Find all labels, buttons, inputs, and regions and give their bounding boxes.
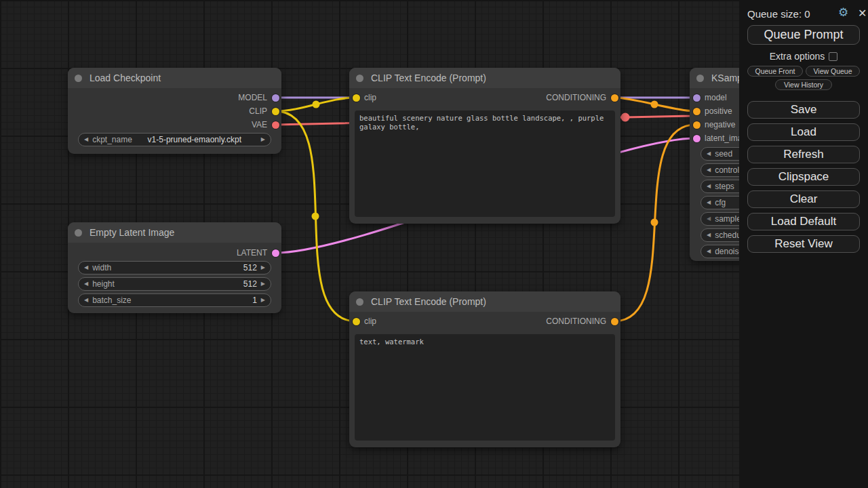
- extra-options-row: Extra options: [739, 51, 868, 62]
- reset-view-button[interactable]: Reset View: [747, 235, 860, 253]
- link-dot-clip-top: [313, 101, 320, 108]
- height-widget[interactable]: ◀ height 512 ▶: [78, 277, 271, 291]
- node-title-bar[interactable]: Empty Latent Image: [68, 222, 281, 243]
- widget-label: seed: [715, 149, 732, 159]
- decrement-icon[interactable]: ◀: [707, 232, 711, 238]
- widget-label: width: [92, 263, 111, 272]
- load-button[interactable]: Load: [747, 123, 860, 141]
- widget-value: 512: [243, 263, 257, 272]
- output-port-model[interactable]: [272, 94, 279, 102]
- link-dot-cond-positive: [651, 101, 658, 108]
- widget-label: batch_size: [92, 296, 131, 305]
- port-label: CONDITIONING: [546, 317, 606, 326]
- decrement-icon[interactable]: ◀: [707, 151, 711, 157]
- input-port-latent-image[interactable]: [693, 135, 701, 142]
- increment-icon[interactable]: ▶: [261, 298, 265, 303]
- width-widget[interactable]: ◀ width 512 ▶: [78, 261, 271, 274]
- input-port-clip[interactable]: [353, 94, 360, 102]
- output-port-latent[interactable]: [272, 249, 279, 257]
- node-title-bar[interactable]: Load Checkpoint: [68, 68, 281, 88]
- port-row: clip CONDITIONING: [349, 91, 620, 104]
- input-port-model[interactable]: [693, 94, 701, 102]
- output-port-vae[interactable]: [272, 121, 279, 129]
- node-title-bar[interactable]: CLIP Text Encode (Prompt): [349, 68, 620, 88]
- port-label: CONDITIONING: [546, 93, 606, 102]
- ckpt-name-widget[interactable]: ◀ ckpt_name v1-5-pruned-emaonly.ckpt ▶: [78, 133, 271, 146]
- output-row-model: MODEL: [68, 91, 281, 104]
- input-port-clip[interactable]: [353, 318, 360, 325]
- decrement-icon[interactable]: ◀: [84, 281, 88, 287]
- extra-options-checkbox[interactable]: [829, 52, 837, 61]
- queue-prompt-button[interactable]: Queue Prompt: [747, 25, 860, 45]
- output-row-clip: CLIP: [68, 104, 281, 118]
- port-label: clip: [364, 317, 376, 326]
- widget-label: ckpt_name: [92, 135, 132, 144]
- settings-gear-icon[interactable]: ⚙: [838, 5, 848, 20]
- decrement-icon[interactable]: ◀: [707, 184, 711, 189]
- decrement-icon[interactable]: ◀: [84, 298, 88, 303]
- node-title: Empty Latent Image: [90, 227, 174, 238]
- clipspace-button[interactable]: Clipspace: [747, 168, 860, 186]
- view-history-button[interactable]: View History: [775, 79, 832, 90]
- output-port-conditioning[interactable]: [611, 318, 618, 325]
- extra-options-label: Extra options: [770, 51, 825, 62]
- increment-icon[interactable]: ▶: [261, 137, 265, 142]
- widget-label: cfg: [715, 198, 726, 207]
- decrement-icon[interactable]: ◀: [707, 200, 711, 205]
- node-title: Load Checkpoint: [90, 73, 161, 83]
- widget-label: height: [92, 279, 115, 289]
- increment-icon[interactable]: ▶: [261, 281, 265, 287]
- input-port-positive[interactable]: [693, 108, 701, 115]
- queue-size-label: Queue size: 0: [747, 8, 810, 20]
- node-clip-text-encode-negative[interactable]: CLIP Text Encode (Prompt) clip CONDITION…: [349, 291, 620, 447]
- output-row-latent: LATENT: [68, 246, 281, 260]
- close-icon[interactable]: ✕: [858, 7, 867, 20]
- load-default-button[interactable]: Load Default: [747, 213, 860, 230]
- port-label: clip: [364, 93, 376, 102]
- view-queue-button[interactable]: View Queue: [806, 66, 860, 77]
- widget-label: steps: [715, 182, 734, 191]
- decrement-icon[interactable]: ◀: [84, 265, 88, 270]
- port-label: positive: [705, 106, 732, 116]
- decrement-icon[interactable]: ◀: [707, 249, 711, 254]
- decrement-icon[interactable]: ◀: [707, 167, 711, 173]
- link-dot-cond-negative: [651, 219, 658, 226]
- node-title: CLIP Text Encode (Prompt): [371, 296, 486, 307]
- collapse-dot-icon[interactable]: [356, 75, 363, 82]
- port-label: CLIP: [249, 106, 267, 116]
- node-load-checkpoint[interactable]: Load Checkpoint MODEL CLIP VAE ◀ ckpt_na…: [68, 68, 281, 154]
- clear-button[interactable]: Clear: [747, 190, 860, 208]
- link-dot-vae: [621, 113, 630, 122]
- port-label: VAE: [252, 120, 267, 129]
- output-port-conditioning[interactable]: [611, 94, 618, 102]
- node-clip-text-encode-positive[interactable]: CLIP Text Encode (Prompt) clip CONDITION…: [349, 68, 620, 224]
- port-row: clip CONDITIONING: [349, 314, 620, 328]
- comfy-menu-panel: Queue size: 0 ⚙ ✕ Queue Prompt Extra opt…: [739, 0, 868, 488]
- prompt-textarea[interactable]: text, watermark: [355, 334, 615, 441]
- output-row-vae: VAE: [68, 118, 281, 131]
- widget-value: 512: [243, 279, 257, 289]
- refresh-button[interactable]: Refresh: [747, 146, 860, 163]
- collapse-dot-icon[interactable]: [75, 75, 82, 82]
- widget-value: v1-5-pruned-emaonly.ckpt: [148, 135, 242, 144]
- link-dot-clip-bottom: [312, 213, 319, 220]
- node-title-bar[interactable]: CLIP Text Encode (Prompt): [349, 291, 620, 312]
- save-button[interactable]: Save: [747, 101, 860, 119]
- node-empty-latent-image[interactable]: Empty Latent Image LATENT ◀ width 512 ▶ …: [68, 222, 281, 313]
- collapse-dot-icon[interactable]: [75, 229, 82, 237]
- port-label: negative: [705, 120, 735, 129]
- node-title: CLIP Text Encode (Prompt): [371, 73, 486, 83]
- input-port-negative[interactable]: [693, 121, 701, 129]
- increment-icon[interactable]: ▶: [261, 265, 265, 270]
- batch-size-widget[interactable]: ◀ batch_size 1 ▶: [78, 293, 271, 307]
- collapse-dot-icon[interactable]: [356, 298, 363, 306]
- port-label: model: [705, 93, 727, 102]
- queue-front-button[interactable]: Queue Front: [747, 66, 803, 77]
- collapse-dot-icon[interactable]: [696, 75, 704, 82]
- output-port-clip[interactable]: [272, 108, 279, 115]
- prompt-textarea[interactable]: beautiful scenery nature glass bottle la…: [355, 110, 615, 217]
- port-label: MODEL: [238, 93, 267, 102]
- decrement-icon[interactable]: ◀: [84, 137, 88, 142]
- queue-size-row: Queue size: 0 ⚙ ✕: [747, 7, 860, 20]
- decrement-icon[interactable]: ◀: [707, 216, 711, 222]
